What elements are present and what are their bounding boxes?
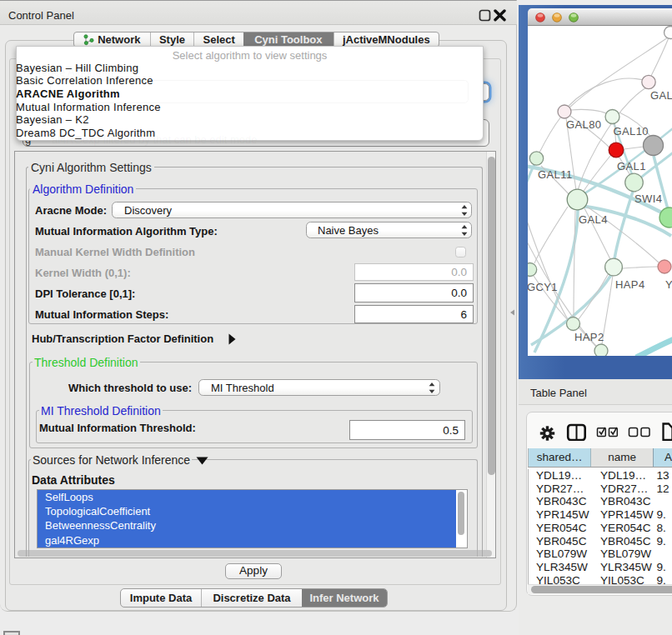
svg-text:GAL4: GAL4 <box>579 213 608 226</box>
svg-text:GAL80: GAL80 <box>566 118 601 131</box>
svg-text:GAL11: GAL11 <box>538 168 573 181</box>
svg-text:HAP2: HAP2 <box>574 331 604 343</box>
svg-text:GAL1: GAL1 <box>617 160 646 172</box>
svg-text:Y: Y <box>665 278 672 291</box>
svg-text:GAL10: GAL10 <box>614 125 649 138</box>
svg-text:HAP4: HAP4 <box>615 278 645 291</box>
svg-text:GAL7: GAL7 <box>650 89 672 102</box>
svg-text:SWI4: SWI4 <box>634 192 662 205</box>
svg-text:GCY1: GCY1 <box>528 281 558 293</box>
